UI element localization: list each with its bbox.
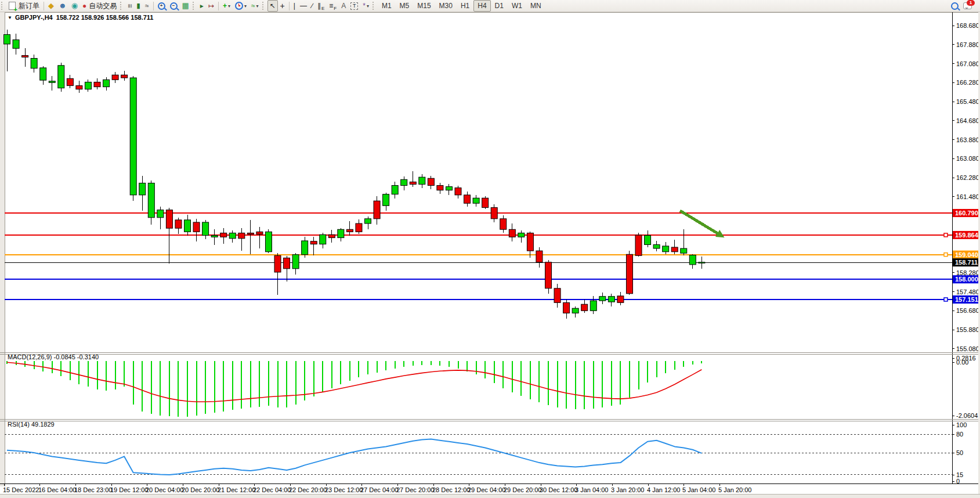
candlestick <box>527 233 533 251</box>
candlestick <box>202 222 209 236</box>
candlestick <box>31 58 37 68</box>
text-label-button[interactable]: T <box>348 0 360 12</box>
timeframe-button-m1[interactable]: M1 <box>378 0 396 12</box>
candlestick <box>437 186 443 190</box>
time-axis-label: 3 Jan 20:00 <box>611 486 645 493</box>
candlestick <box>645 236 651 245</box>
candlestick <box>590 301 596 311</box>
trendline-button[interactable]: ∕ <box>309 0 315 12</box>
price-badge-label: 158.711 <box>955 259 978 266</box>
rsi-axis-label: 50 <box>956 449 963 456</box>
autotrade-label: 自动交易 <box>89 1 117 11</box>
vertical-line-button[interactable]: | <box>291 0 298 12</box>
chart-shift-button[interactable]: ▸ <box>198 0 206 12</box>
candlestick <box>545 262 552 288</box>
trendline-icon: ∕ <box>312 2 313 9</box>
notifications-button[interactable]: 1 <box>961 0 974 12</box>
candlestick <box>554 288 560 303</box>
candlestick <box>121 75 128 78</box>
zoom-in-button[interactable]: + <box>156 0 168 12</box>
line-handle[interactable] <box>944 298 948 301</box>
bar-chart-icon: ≡ <box>126 3 133 8</box>
price-axis-label: 166.280 <box>956 79 979 86</box>
channel-button[interactable]: ∥E <box>315 0 327 12</box>
candlestick <box>374 201 380 219</box>
candlestick <box>464 195 471 203</box>
cursor-button[interactable]: ↖ <box>267 0 278 12</box>
window-frame-left <box>0 12 5 486</box>
time-axis-label: 3 Jan 04:00 <box>575 486 609 493</box>
time-axis-label: 4 Jan 12:00 <box>647 486 681 493</box>
fibonacci-button[interactable]: ≡F <box>327 0 339 12</box>
auto-scroll-icon: ↦ <box>208 2 214 9</box>
timeframe-button-h1[interactable]: H1 <box>457 0 473 12</box>
rsi-axis-label: 80 <box>956 431 963 438</box>
auto-scroll-button[interactable]: ↦ <box>206 0 216 12</box>
time-axis-label: 20 Dec 20:00 <box>182 486 219 493</box>
horizontal-line-button[interactable]: — <box>298 0 309 12</box>
price-badge-label: 158.000 <box>955 276 978 283</box>
timeframe-button-m30[interactable]: M30 <box>435 0 457 12</box>
chart-shift-icon: ▸ <box>200 2 204 9</box>
candlestick <box>608 297 614 302</box>
profile-button[interactable]: ◆ <box>46 0 56 12</box>
indicators-button[interactable]: ≈▾ <box>249 0 261 12</box>
candlestick <box>211 236 218 237</box>
timeframe-button-w1[interactable]: W1 <box>508 0 526 12</box>
new-chart-button[interactable]: +▾ <box>220 0 233 12</box>
candlestick <box>256 232 263 234</box>
timeframe-button-h4[interactable]: H4 <box>473 0 490 12</box>
zoom-out-button[interactable]: − <box>168 0 180 12</box>
candlestick <box>238 233 245 238</box>
tile-windows-button[interactable]: ▦ <box>180 0 191 12</box>
vertical-line-icon: | <box>294 2 295 9</box>
candlestick <box>229 233 236 238</box>
chart-title[interactable]: ▼GBPJPY-,H4 158.722 158.926 158.566 158.… <box>8 14 153 21</box>
chart-canvas[interactable]: 168.680167.880167.080166.280165.480164.6… <box>0 12 980 498</box>
signals-button[interactable]: ◉ <box>69 0 80 12</box>
timeframe-button-m5[interactable]: M5 <box>396 0 414 12</box>
timeframe-button-m15[interactable]: M15 <box>413 0 435 12</box>
macd-axis-label: -2.0604 <box>956 412 978 419</box>
candlestick <box>292 255 299 269</box>
new-order-button[interactable]: 新订单 <box>6 0 42 12</box>
price-axis-label: 168.680 <box>956 22 979 29</box>
community-button[interactable]: ☻ <box>56 0 69 12</box>
candlestick <box>265 232 272 251</box>
candlestick <box>139 183 146 194</box>
candlestick <box>419 177 425 184</box>
timeframe-button-d1[interactable]: D1 <box>491 0 508 12</box>
chevron-down-icon: ▾ <box>244 3 247 9</box>
arrows-button[interactable]: *▾ <box>360 0 371 12</box>
time-axis-label: 28 Dec 12:00 <box>432 486 470 493</box>
candlestick <box>572 308 578 313</box>
time-axis-label: 23 Dec 12:00 <box>325 486 363 493</box>
candlestick <box>446 187 452 190</box>
text-button[interactable]: A <box>339 0 348 12</box>
candlestick <box>320 234 326 244</box>
chat-bubble-icon: 1 <box>963 2 972 9</box>
bar-chart-button[interactable]: ≡ <box>125 0 134 12</box>
autotrade-button[interactable]: ● 自动交易 <box>80 0 119 12</box>
line-handle[interactable] <box>944 233 948 237</box>
price-axis-label: 155.880 <box>956 326 979 333</box>
timeframe-button-mn[interactable]: MN <box>526 0 545 12</box>
chevron-down-icon: ▾ <box>256 3 259 9</box>
search-button[interactable] <box>949 0 961 12</box>
candlestick <box>356 223 362 232</box>
time-axis-label: 29 Dec 20:00 <box>504 486 541 493</box>
line-chart-button[interactable]: ≈ <box>143 0 151 12</box>
crosshair-button[interactable]: + <box>278 0 287 12</box>
candlestick <box>563 302 570 313</box>
time-axis-label: 21 Dec 12:00 <box>218 486 255 493</box>
time-axis-label: 16 Dec 04:00 <box>38 486 76 493</box>
line-handle[interactable] <box>944 253 948 257</box>
price-axis-label: 167.080 <box>956 60 979 67</box>
candlestick <box>94 82 100 86</box>
candlestick-chart-button[interactable]: ▮ <box>134 0 143 12</box>
candlestick <box>518 233 525 237</box>
candlestick <box>401 179 407 185</box>
arrows-icon: * <box>363 2 366 9</box>
periods-button[interactable]: ▾ <box>233 0 249 12</box>
candlestick <box>663 246 669 252</box>
